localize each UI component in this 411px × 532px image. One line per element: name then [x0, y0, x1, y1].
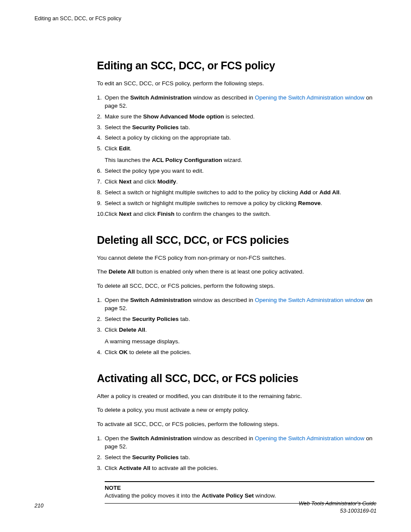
step-number: 7. [97, 178, 102, 186]
step-number: 6. [97, 167, 102, 175]
step-text: Click Next and click Modify. [105, 178, 178, 185]
note-label: NOTE [105, 485, 374, 491]
step: 7.Click Next and click Modify. [97, 178, 374, 186]
section3-p3: To activate all SCC, DCC, or FCS policie… [97, 420, 374, 429]
step: 2.Make sure the Show Advanced Mode optio… [97, 113, 374, 121]
footer-docnum: 53-1003169-01 [340, 508, 377, 514]
main-content: Editing an SCC, DCC, or FCS policy To ed… [97, 59, 374, 504]
link-open-switch-admin[interactable]: Opening the Switch Administration window [255, 435, 364, 442]
step-text: Select the Security Policies tab. [105, 454, 190, 460]
step-text: Make sure the Show Advanced Mode option … [105, 113, 255, 120]
step: 1.Open the Switch Administration window … [97, 435, 374, 451]
step-text: Click OK to delete all the policies. [105, 349, 191, 355]
link-open-switch-admin[interactable]: Opening the Switch Administration window [255, 94, 364, 101]
step-number: 1. [97, 296, 102, 305]
step: 4.Select a policy by clicking on the app… [97, 134, 374, 142]
step-text: Click Delete All.A warning message displ… [105, 327, 374, 346]
step-number: 2. [97, 315, 102, 324]
footer-right: Web Tools Administrator's Guide 53-10031… [299, 500, 377, 515]
step-number: 10. [97, 210, 105, 218]
step-text: Open the Switch Administration window as… [105, 297, 373, 311]
step-text: Select the Security Policies tab. [105, 124, 190, 131]
section3-p1: After a policy is created or modified, y… [97, 392, 374, 401]
step: 9.Select a switch or highlight multiple … [97, 199, 374, 208]
step-text: Select the Security Policies tab. [105, 316, 190, 322]
step-number: 1. [97, 94, 102, 102]
step-number: 3. [97, 326, 102, 334]
step: 3.Select the Security Policies tab. [97, 124, 374, 132]
running-header: Editing an SCC, DCC, or FCS policy [34, 16, 377, 22]
step-text: Click Activate All to activate all the p… [105, 465, 218, 471]
step-number: 9. [97, 199, 102, 208]
step-text: Open the Switch Administration window as… [105, 435, 373, 450]
step-number: 1. [97, 435, 102, 443]
section3-p2: To delete a policy, you must activate a … [97, 406, 374, 414]
step: 3.Click Activate All to activate all the… [97, 464, 374, 473]
step-subtext: A warning message displays. [105, 338, 374, 346]
step: 3.Click Delete All.A warning message dis… [97, 326, 374, 346]
section3-steps: 1.Open the Switch Administration window … [97, 435, 374, 473]
section2-p3: To delete all SCC, DCC, or FCS policies,… [97, 282, 374, 290]
step-number: 3. [97, 124, 102, 132]
footer-title: Web Tools Administrator's Guide [299, 501, 377, 507]
step: 1.Open the Switch Administration window … [97, 296, 374, 313]
step-number: 2. [97, 113, 102, 121]
step-text: Select a policy by clicking on the appro… [105, 134, 231, 141]
step-text: Click Next and click Finish to confirm t… [105, 211, 271, 217]
step-number: 2. [97, 454, 102, 462]
page-number: 210 [34, 503, 44, 509]
step-number: 4. [97, 134, 102, 142]
step-text: Select a switch or highlight multiple sw… [105, 200, 322, 206]
step-number: 3. [97, 464, 102, 473]
step-text: Open the Switch Administration window as… [105, 94, 373, 109]
step: 4.Click OK to delete all the policies. [97, 348, 374, 357]
note-text: Activating the policy moves it into the … [105, 492, 276, 499]
step: 10.Click Next and click Finish to confir… [97, 210, 374, 218]
step-number: 4. [97, 348, 102, 357]
step: 8.Select a switch or highlight multiple … [97, 189, 374, 197]
step: 2.Select the Security Policies tab. [97, 315, 374, 324]
step-text: Click Edit.This launches the ACL Policy … [105, 145, 374, 165]
section2-steps: 1.Open the Switch Administration window … [97, 296, 374, 356]
step: 5.Click Edit.This launches the ACL Polic… [97, 145, 374, 165]
step: 2.Select the Security Policies tab. [97, 454, 374, 462]
section1-steps: 1.Open the Switch Administration window … [97, 94, 374, 218]
section2-title: Deleting all SCC, DCC, or FCS policies [97, 234, 374, 246]
step-number: 8. [97, 189, 102, 197]
step-subtext: This launches the ACL Policy Configurati… [105, 156, 374, 165]
step: 6.Select the policy type you want to edi… [97, 167, 374, 175]
section2-p2: The Delete All button is enabled only wh… [97, 268, 374, 276]
link-open-switch-admin[interactable]: Opening the Switch Administration window [255, 297, 364, 303]
section2-p1: You cannot delete the FCS policy from no… [97, 254, 374, 262]
section3-title: Activating all SCC, DCC, or FCS policies [97, 372, 374, 385]
section1-intro: To edit an SCC, DCC, or FCS policy, perf… [97, 80, 374, 88]
step-text: Select a switch or highlight multiple sw… [105, 189, 341, 196]
step: 1.Open the Switch Administration window … [97, 94, 374, 110]
step-text: Select the policy type you want to edit. [105, 168, 204, 174]
step-number: 5. [97, 145, 102, 153]
section1-title: Editing an SCC, DCC, or FCS policy [97, 59, 374, 72]
